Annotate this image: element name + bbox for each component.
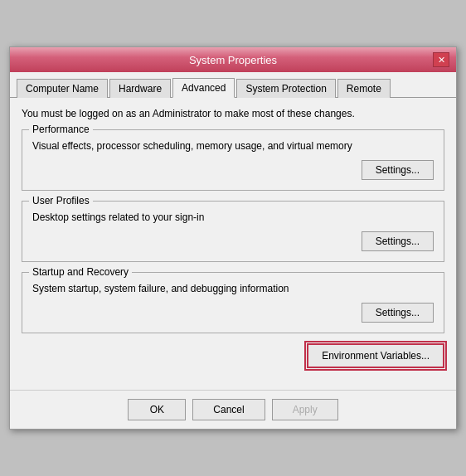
performance-label: Performance — [29, 124, 93, 135]
apply-button[interactable]: Apply — [272, 399, 338, 420]
user-profiles-label: User Profiles — [29, 195, 93, 206]
startup-recovery-description: System startup, system failure, and debu… — [32, 283, 434, 294]
startup-recovery-label: Startup and Recovery — [29, 266, 132, 278]
ok-button[interactable]: OK — [128, 399, 186, 420]
tab-hardware[interactable]: Hardware — [109, 79, 171, 98]
user-profiles-group: User Profiles Desktop settings related t… — [22, 201, 444, 262]
tab-computer-name[interactable]: Computer Name — [17, 79, 108, 98]
tab-content: You must be logged on as an Administrato… — [10, 98, 456, 390]
admin-notice: You must be logged on as an Administrato… — [22, 108, 444, 119]
user-profiles-settings-button[interactable]: Settings... — [362, 231, 434, 251]
cancel-button[interactable]: Cancel — [192, 399, 265, 420]
bottom-bar: OK Cancel Apply — [10, 390, 456, 429]
window-title: System Properties — [33, 54, 433, 66]
startup-recovery-group: Startup and Recovery System startup, sys… — [22, 272, 444, 333]
performance-settings-button[interactable]: Settings... — [362, 160, 434, 180]
env-variables-row: Environment Variables... — [22, 343, 444, 368]
tab-advanced[interactable]: Advanced — [172, 78, 235, 98]
performance-description: Visual effects, processor scheduling, me… — [32, 140, 434, 152]
tab-bar: Computer Name Hardware Advanced System P… — [10, 72, 456, 98]
title-controls: ✕ — [433, 52, 449, 67]
tab-remote[interactable]: Remote — [337, 79, 391, 98]
tab-system-protection[interactable]: System Protection — [236, 79, 335, 98]
environment-variables-button[interactable]: Environment Variables... — [307, 343, 444, 368]
user-profiles-description: Desktop settings related to your sign-in — [32, 211, 434, 223]
startup-recovery-settings-button[interactable]: Settings... — [362, 303, 434, 323]
close-button[interactable]: ✕ — [433, 52, 449, 67]
system-properties-window: System Properties ✕ Computer Name Hardwa… — [9, 46, 457, 430]
performance-group: Performance Visual effects, processor sc… — [22, 129, 444, 191]
title-bar: System Properties ✕ — [10, 47, 456, 72]
